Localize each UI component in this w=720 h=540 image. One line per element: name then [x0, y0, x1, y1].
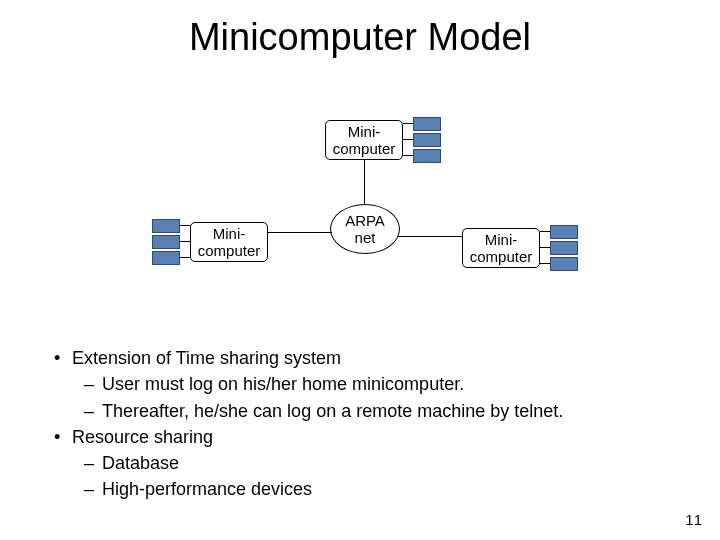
terminal-icon	[550, 257, 578, 271]
bullet-item: Extension of Time sharing system	[54, 346, 674, 370]
bullet-subitem: User must log on his/her home minicomput…	[54, 372, 674, 396]
bullet-item: Resource sharing	[54, 425, 674, 449]
node-arpanet: ARPAnet	[330, 204, 400, 254]
terminal-icon	[152, 219, 180, 233]
node-minicomputer-right: Mini-computer	[462, 228, 540, 268]
bullet-subitem: Database	[54, 451, 674, 475]
terminal-icon	[152, 235, 180, 249]
edge	[180, 257, 190, 258]
bullet-list: Extension of Time sharing system User mu…	[54, 346, 674, 504]
terminal-icon	[550, 241, 578, 255]
edge	[403, 155, 413, 156]
edge-arpanet-top	[364, 160, 365, 204]
node-minicomputer-left: Mini-computer	[190, 222, 268, 262]
terminal-icon	[550, 225, 578, 239]
edge	[180, 241, 190, 242]
bullet-subitem: High-performance devices	[54, 477, 674, 501]
edge-arpanet-left	[268, 232, 332, 233]
edge	[180, 225, 190, 226]
bullet-subitem: Thereafter, he/she can log on a remote m…	[54, 399, 674, 423]
terminal-icon	[413, 133, 441, 147]
terminal-icon	[413, 117, 441, 131]
terminal-icon	[152, 251, 180, 265]
edge	[403, 123, 413, 124]
terminal-icon	[413, 149, 441, 163]
edge	[403, 139, 413, 140]
edge	[540, 231, 550, 232]
page-number: 11	[685, 511, 702, 528]
edge	[540, 263, 550, 264]
edge	[540, 247, 550, 248]
slide: Minicomputer Model Mini-computer ARPAnet…	[0, 0, 720, 540]
slide-title: Minicomputer Model	[0, 16, 720, 59]
edge-arpanet-right	[398, 236, 462, 237]
node-minicomputer-top: Mini-computer	[325, 120, 403, 160]
